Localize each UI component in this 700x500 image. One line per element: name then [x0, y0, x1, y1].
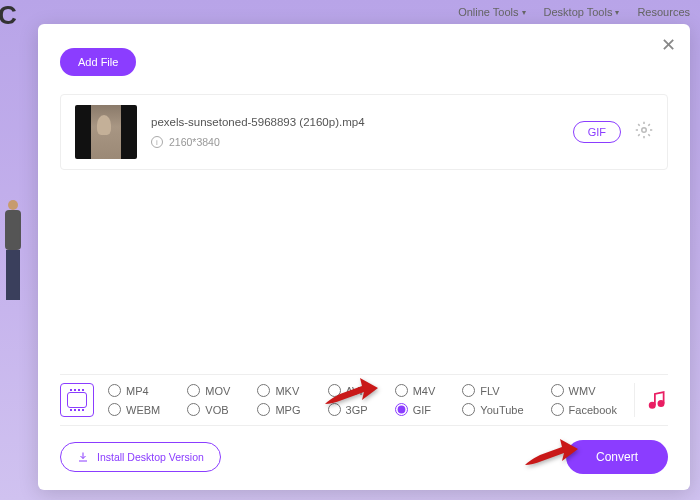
- convert-button[interactable]: Convert: [566, 440, 668, 474]
- converter-modal: ✕ Add File pexels-sunsetoned-5968893 (21…: [38, 24, 690, 490]
- svg-point-1: [650, 403, 655, 408]
- brand-letter: C: [0, 0, 17, 31]
- format-section: MP4MOVMKVAVIM4VFLVWMVWEBMVOBMPG3GPGIFYou…: [60, 374, 668, 426]
- svg-point-0: [642, 128, 647, 133]
- format-option-avi[interactable]: AVI: [328, 384, 375, 397]
- chevron-down-icon: ▾: [615, 8, 619, 17]
- close-icon[interactable]: ✕: [661, 36, 676, 54]
- nav-online-tools[interactable]: Online Tools▾: [458, 6, 525, 18]
- format-option-m4v[interactable]: M4V: [395, 384, 443, 397]
- music-icon[interactable]: [634, 383, 668, 417]
- video-icon[interactable]: [60, 383, 94, 417]
- format-option-flv[interactable]: FLV: [462, 384, 530, 397]
- gear-icon[interactable]: [635, 121, 653, 143]
- format-option-3gp[interactable]: 3GP: [328, 403, 375, 416]
- format-option-vob[interactable]: VOB: [187, 403, 237, 416]
- format-option-mov[interactable]: MOV: [187, 384, 237, 397]
- format-option-youtube[interactable]: YouTube: [462, 403, 530, 416]
- top-nav: Online Tools▾ Desktop Tools▾ Resources: [458, 6, 690, 18]
- format-badge[interactable]: GIF: [573, 121, 621, 143]
- file-name: pexels-sunsetoned-5968893 (2160p).mp4: [151, 116, 559, 128]
- format-option-facebook[interactable]: Facebook: [551, 403, 624, 416]
- file-resolution: 2160*3840: [169, 136, 220, 148]
- svg-point-2: [658, 401, 663, 406]
- download-icon: [77, 451, 89, 463]
- nav-resources[interactable]: Resources: [637, 6, 690, 18]
- format-option-mpg[interactable]: MPG: [257, 403, 307, 416]
- format-option-webm[interactable]: WEBM: [108, 403, 167, 416]
- illustration: [0, 200, 25, 320]
- format-option-wmv[interactable]: WMV: [551, 384, 624, 397]
- info-icon[interactable]: i: [151, 136, 163, 148]
- file-thumbnail: [75, 105, 137, 159]
- file-row: pexels-sunsetoned-5968893 (2160p).mp4 i …: [60, 94, 668, 170]
- nav-desktop-tools[interactable]: Desktop Tools▾: [544, 6, 620, 18]
- format-option-gif[interactable]: GIF: [395, 403, 443, 416]
- chevron-down-icon: ▾: [522, 8, 526, 17]
- install-desktop-button[interactable]: Install Desktop Version: [60, 442, 221, 472]
- format-option-mp4[interactable]: MP4: [108, 384, 167, 397]
- add-file-button[interactable]: Add File: [60, 48, 136, 76]
- format-option-mkv[interactable]: MKV: [257, 384, 307, 397]
